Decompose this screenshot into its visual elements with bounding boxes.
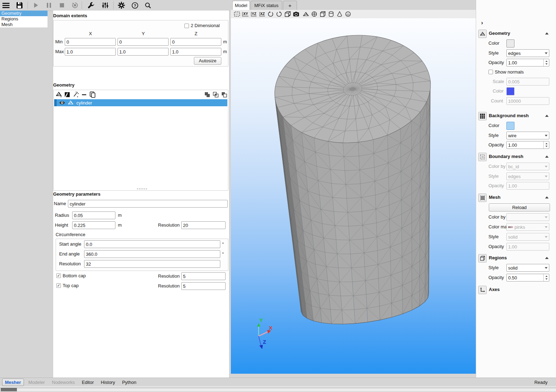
height-resolution-label: Resolution	[158, 221, 179, 229]
reset-icon[interactable]	[70, 1, 80, 10]
splitter-handle[interactable]: ••••••	[137, 187, 148, 191]
geometry-opacity-spinbox[interactable]: 1.00	[506, 59, 549, 67]
end-angle-input[interactable]	[84, 250, 220, 258]
top-cap-resolution-input[interactable]	[181, 282, 226, 290]
ymin-input[interactable]	[118, 38, 169, 46]
scroll-track[interactable]	[0, 388, 556, 392]
spin-buttons[interactable]	[543, 59, 549, 66]
spin-buttons[interactable]	[543, 141, 549, 148]
geometry-list-group: cylinder	[53, 90, 228, 191]
bottom-cap-checkbox[interactable]	[56, 273, 61, 278]
mesh-section-icon[interactable]	[478, 194, 487, 202]
show-normals-checkbox[interactable]	[488, 70, 493, 74]
mode-button-editor[interactable]: Editor	[80, 379, 96, 386]
collapse-panel-button[interactable]: ›	[479, 20, 485, 26]
cube-widget-icon[interactable]	[319, 10, 327, 18]
collapse-background-mesh-icon[interactable]	[545, 115, 549, 117]
3d-viewport[interactable]: Y X Z	[231, 18, 476, 374]
regions-section-icon[interactable]	[478, 254, 487, 263]
axes-section-title: Axes	[489, 286, 500, 293]
scroll-handle[interactable]	[1, 388, 17, 391]
view-xz-icon[interactable]: XZ	[258, 10, 266, 18]
settings-icon[interactable]	[117, 1, 126, 10]
geometry-visibility-icon[interactable]	[302, 10, 310, 18]
rotate-cw-icon[interactable]	[275, 10, 283, 18]
new-tab-button[interactable]: +	[283, 1, 297, 10]
mode-button-mesher[interactable]: Mesher	[2, 379, 24, 386]
sidebar-item-mesh[interactable]: Mesh	[0, 22, 48, 27]
save-icon[interactable]	[15, 1, 24, 10]
background-mesh-color-swatch[interactable]	[506, 122, 514, 130]
collapse-mesh-icon[interactable]	[545, 196, 549, 198]
background-mesh-style-select[interactable]: wire	[506, 132, 549, 139]
collapse-boundary-mesh-icon[interactable]	[545, 156, 549, 158]
parameters-icon[interactable]	[101, 1, 110, 10]
boundary-mesh-section-icon[interactable]	[478, 153, 487, 161]
zmin-input[interactable]	[170, 38, 221, 46]
geometry-style-select[interactable]: edges	[506, 49, 549, 57]
geometry-list-item-cylinder[interactable]: cylinder	[54, 99, 227, 106]
help-icon[interactable]: ?	[130, 1, 139, 10]
regions-opacity-spinbox[interactable]: 0.50	[506, 274, 549, 282]
sidebar-item-geometry[interactable]: Geometry	[0, 11, 48, 16]
height-resolution-input[interactable]	[181, 221, 226, 229]
two-dimensional-checkbox[interactable]	[184, 24, 189, 28]
cone-widget-icon[interactable]	[336, 10, 343, 18]
circumference-resolution-input[interactable]	[84, 260, 220, 268]
spin-buttons[interactable]	[543, 274, 549, 281]
cylinder-widget-icon[interactable]	[327, 10, 335, 18]
rotate-ccw-icon[interactable]	[267, 10, 274, 18]
start-angle-input[interactable]	[84, 240, 220, 248]
build-icon[interactable]	[87, 1, 96, 10]
boolean-union-icon[interactable]	[204, 91, 210, 98]
normals-scale-label: Scale	[493, 78, 504, 86]
tab-model[interactable]: Model	[232, 1, 250, 10]
axes-section-icon[interactable]	[478, 286, 487, 294]
remove-icon[interactable]	[82, 91, 87, 98]
xmax-input[interactable]	[65, 48, 116, 56]
background-mesh-opacity-spinbox[interactable]: 1.00	[506, 141, 549, 149]
boolean-difference-icon[interactable]	[221, 91, 227, 98]
autosize-button[interactable]: Autosize	[194, 57, 221, 65]
tab-mfix-status[interactable]: MFiX status	[251, 1, 282, 10]
run-icon[interactable]	[31, 1, 40, 10]
mesh-color-map-select: pinks	[506, 223, 549, 231]
view-xy-icon[interactable]: XY	[241, 10, 249, 18]
radius-input[interactable]	[72, 211, 115, 219]
ymax-input[interactable]	[118, 48, 169, 56]
xmin-input[interactable]	[65, 38, 116, 46]
menu-icon[interactable]	[1, 1, 11, 10]
collapse-geometry-icon[interactable]	[545, 32, 549, 34]
bottom-cap-resolution-input[interactable]	[181, 272, 226, 280]
reload-mesh-button[interactable]: Reload	[489, 203, 550, 211]
perspective-icon[interactable]	[284, 10, 291, 18]
geometry-color-swatch[interactable]	[506, 39, 514, 48]
fit-view-icon[interactable]	[233, 10, 241, 18]
visibility-eye-icon[interactable]	[59, 101, 65, 105]
mode-button-history[interactable]: History	[99, 379, 118, 386]
height-input[interactable]	[72, 221, 115, 229]
stop-icon[interactable]	[57, 1, 67, 10]
view-yz-icon[interactable]: YZ	[250, 10, 258, 18]
sidebar-item-regions[interactable]: Regions	[0, 16, 48, 22]
top-cap-checkbox[interactable]	[56, 283, 61, 288]
regions-style-select[interactable]: solid	[506, 264, 549, 272]
search-icon[interactable]	[143, 1, 152, 10]
boolean-intersect-icon[interactable]	[213, 91, 219, 98]
screenshot-camera-icon[interactable]	[292, 10, 300, 18]
viewport-tabbar: Model MFiX status +	[231, 0, 476, 10]
background-mesh-section-icon[interactable]	[478, 112, 487, 120]
pause-icon[interactable]	[44, 1, 53, 10]
name-input[interactable]	[68, 200, 228, 208]
geometry-section-title: Geometry	[489, 30, 510, 37]
filter-wand-icon[interactable]	[72, 91, 80, 98]
add-stl-icon[interactable]	[64, 91, 70, 98]
add-geometry-icon[interactable]	[56, 91, 63, 98]
visibility-menu-icon[interactable]	[344, 10, 352, 18]
sphere-widget-icon[interactable]	[310, 10, 318, 18]
copy-icon[interactable]	[89, 91, 96, 98]
geometry-section-icon[interactable]	[478, 30, 487, 38]
zmax-input[interactable]	[170, 48, 221, 56]
mode-button-python[interactable]: Python	[120, 379, 139, 386]
collapse-regions-icon[interactable]	[545, 257, 549, 259]
